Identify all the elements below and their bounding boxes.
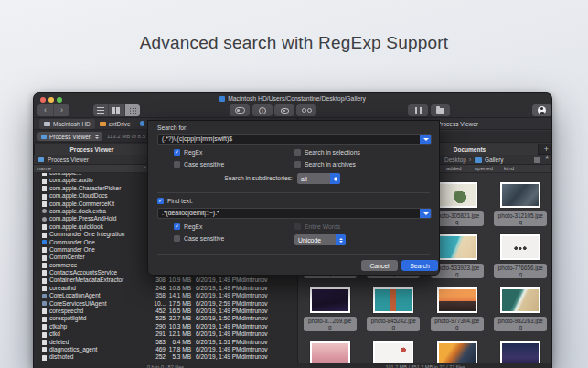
file-icon — [42, 324, 47, 330]
pattern-history-dropdown-button[interactable] — [420, 134, 432, 145]
list-view-icon — [97, 107, 104, 114]
toggle-hidden-files-button[interactable] — [230, 104, 250, 116]
process-pid: 452 — [140, 308, 166, 315]
photo-label: photo-312105.jpeg — [494, 211, 547, 226]
file-icon — [42, 209, 47, 213]
case-sensitive-checkbox[interactable]: Case sensitive — [174, 161, 224, 168]
photo-item[interactable]: photo-982263.jpeg — [489, 286, 553, 340]
pattern-history-dropdown-button[interactable] — [420, 208, 432, 219]
find-regex-checkbox[interactable]: RegEx — [174, 223, 202, 231]
chevron-down-icon — [423, 138, 429, 141]
dual-pane-button[interactable] — [408, 104, 428, 116]
photo-item[interactable]: photo-312105.jpeg — [489, 180, 553, 233]
subdirectories-select[interactable]: all — [297, 173, 340, 184]
preview-button[interactable] — [274, 104, 294, 116]
file-icon — [42, 278, 47, 284]
table-row[interactable]: distnoted 252 5.3 MB 6/20/19, 1:49 PM di… — [34, 353, 297, 361]
account-button[interactable] — [532, 104, 551, 116]
table-row[interactable]: ctkahp 290 10.3 MB 6/20/19, 1:49 PM dimt… — [34, 323, 297, 330]
back-button[interactable]: ‹ — [37, 104, 53, 116]
drive-tab-macintosh-hd[interactable]: Macintosh HD — [39, 119, 95, 129]
new-folder-button[interactable] — [431, 104, 450, 116]
chevron-right-icon: › — [60, 106, 63, 114]
column-view-button[interactable] — [108, 104, 123, 116]
photo-item[interactable]: photo-776656.jpeg — [489, 233, 553, 286]
favorite-star-icon[interactable]: ★ — [544, 154, 550, 161]
column-view-icon — [112, 107, 120, 114]
encoding-select[interactable]: Unicode — [294, 234, 346, 245]
photo-item[interactable]: photo-8...269.jpeg — [298, 286, 362, 340]
process-pid: 583 — [140, 339, 166, 346]
process-pid: 308 — [140, 276, 166, 284]
table-row[interactable]: ctkd 291 12.1 MB 6/20/19, 1:49 PM dimtru… — [34, 330, 297, 338]
process-user: dimtrunov — [241, 285, 268, 292]
search-in-selections-checkbox[interactable]: Search in selections — [294, 149, 360, 157]
table-row[interactable]: diagnostics_agent 469 17.8 MB 6/20/19, 1… — [34, 346, 297, 353]
chevron-left-icon: ‹ — [44, 106, 47, 114]
find-text-pattern-input[interactable]: .*(dealloc|deinit|::~).* — [157, 208, 432, 219]
file-icon — [42, 240, 47, 244]
binoculars-icon — [302, 108, 312, 113]
file-icon — [42, 201, 47, 207]
drive-tab-process-viewer-partial[interactable]: Process Viewer — [437, 121, 478, 127]
process-name: com.apple.dock.extra — [49, 208, 106, 215]
promo-screenshot: Advanced search with RegExp Support Maci… — [0, 0, 588, 368]
list-view-button[interactable] — [93, 104, 108, 116]
column-header-added[interactable]: added — [446, 166, 462, 171]
column-header-kind[interactable]: kind — [504, 166, 514, 171]
process-date: 6/20/19, 1:49 PM — [196, 330, 241, 338]
entire-words-checkbox: Entire Words — [294, 223, 340, 231]
process-name: com.apple.quicklook — [49, 223, 103, 231]
column-header-name[interactable]: name — [37, 166, 51, 171]
subdirectories-label: Search in subdirectories: — [148, 175, 293, 181]
process-size: 32.7 MB — [167, 315, 191, 322]
location-selector[interactable]: Process Viewer — [37, 132, 102, 142]
icon-view-button[interactable] — [124, 104, 140, 116]
regex-checkbox[interactable]: RegEx — [174, 149, 202, 157]
table-row[interactable]: CoreLocationAgent 358 14.1 MB 6/20/19, 1… — [34, 292, 297, 299]
process-pid: 469 — [140, 346, 166, 353]
process-name: com.apple.CharacterPicker — [49, 185, 121, 192]
file-icon — [42, 263, 47, 268]
table-row[interactable]: corespeechd 452 16.5 MB 6/20/19, 1:49 PM… — [34, 308, 297, 315]
table-row[interactable]: deleted 583 6.4 MB 6/20/19, 1:51 PM dimt… — [34, 339, 297, 346]
column-header-opened[interactable]: opened — [475, 166, 493, 171]
search-button-toolbar[interactable] — [296, 104, 316, 116]
preview-toggle-icon[interactable] — [534, 157, 540, 163]
folder-icon — [436, 108, 444, 114]
photo-label: photo-8...269.jpeg — [304, 317, 357, 331]
find-text-checkbox[interactable]: Find text: — [157, 198, 193, 205]
info-button[interactable]: i — [252, 104, 273, 116]
search-in-archives-checkbox[interactable]: Search in archives — [294, 161, 356, 168]
photo-thumbnail — [437, 287, 477, 313]
sort-ascending-icon[interactable]: ^ — [144, 166, 146, 171]
process-name: deleted — [49, 339, 69, 346]
process-name: CoreServicesUIAgent — [49, 300, 107, 308]
tab-process-viewer[interactable]: Process Viewer — [34, 144, 150, 155]
photo-item[interactable]: photo-845242.jpeg — [362, 286, 426, 340]
checkbox-disabled-icon — [294, 223, 301, 230]
drive-tab-extdrive[interactable]: extDrive — [95, 119, 135, 129]
table-row[interactable]: CoreServicesUIAgent 10... 17.5 MB 6/20/1… — [34, 300, 297, 308]
process-name: Commander One — [49, 246, 95, 254]
table-row[interactable]: coreauthd 248 10.8 MB 6/20/19, 1:49 PM d… — [34, 285, 297, 292]
process-user: dimtrunov — [241, 339, 268, 346]
photo-thumbnail — [373, 287, 413, 313]
search-button[interactable]: Search — [401, 260, 438, 271]
dual-pane-icon — [415, 107, 422, 114]
process-user: dimtrunov — [241, 308, 268, 315]
photo-item[interactable]: photo-977304.jpeg — [425, 286, 489, 340]
file-icon — [42, 340, 47, 345]
find-case-sensitive-checkbox[interactable]: Case sensitive — [174, 235, 224, 243]
breadcrumb-parent[interactable]: Desktop — [444, 157, 466, 163]
table-row[interactable]: ContainerMetadataExtractor 308 10.9 MB 6… — [34, 276, 297, 284]
process-user: dimtrunov — [241, 323, 268, 330]
process-user: dimtrunov — [241, 292, 268, 299]
breadcrumb-current[interactable]: Gallery — [485, 157, 504, 163]
cancel-button[interactable]: Cancel — [361, 260, 398, 271]
search-pattern-input[interactable]: (.*?)\.(c|cpp|m|mm|swift)$ — [157, 134, 432, 145]
process-pid: 525 — [140, 315, 166, 322]
file-icon — [42, 308, 47, 314]
forward-button[interactable]: › — [53, 104, 69, 116]
table-row[interactable]: corespotlightd 525 32.7 MB 6/20/19, 1:50… — [34, 315, 297, 322]
